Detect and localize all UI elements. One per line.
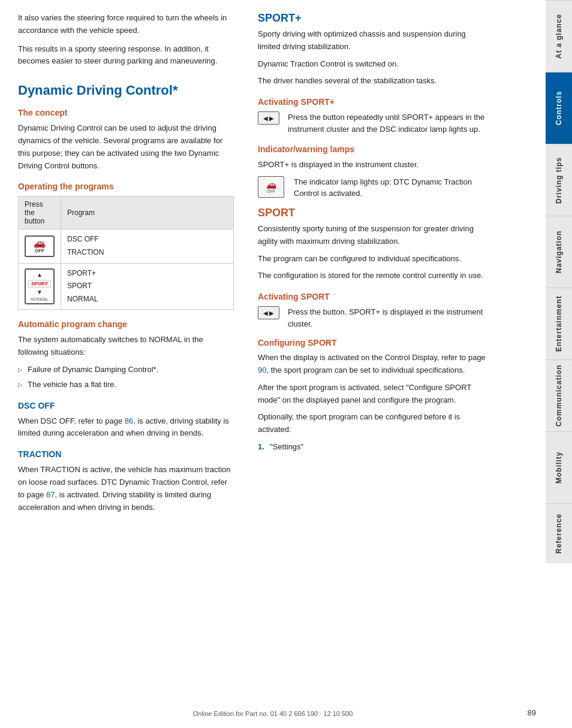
indicator-lamp-text: The indicator lamp lights up: DTC Dynami… <box>294 176 486 200</box>
table-row: 🚗 OFF DSC OFFTRACTION <box>19 229 234 263</box>
activating-sport-plus-text: Press the button repeatedly until SPORT+… <box>288 111 486 135</box>
dsc-heading: DSC OFF <box>18 401 234 410</box>
main-title: Dynamic Driving Control* <box>18 83 234 98</box>
concept-text: Dynamic Driving Control can be used to a… <box>18 122 234 172</box>
concept-heading: The concept <box>18 108 234 117</box>
sport-p2: The program can be configured to individ… <box>258 253 486 265</box>
activating-sport-heading: Activating SPORT <box>258 292 486 301</box>
configuring-sport-heading: Configuring SPORT <box>258 338 486 348</box>
auto-heading: Automatic program change <box>18 319 234 329</box>
dsc-page-link[interactable]: 86 <box>125 416 133 425</box>
configuring-p1-a: When the display is activated on the Con… <box>258 353 486 362</box>
auto-text: The system automatically switches to NOR… <box>18 334 234 359</box>
sport-label: SPORT <box>28 280 51 288</box>
indicator-heading: Indicator/warning lamps <box>258 144 486 154</box>
main-content: It also varies the steering force requir… <box>0 0 546 728</box>
sport-plus-p3: The driver handles several of the stabil… <box>258 75 486 87</box>
off-label: OFF <box>35 248 44 253</box>
top-intro: It also varies the steering force requir… <box>18 12 234 68</box>
tab-entertainment[interactable]: Entertainment <box>546 288 572 360</box>
auto-bullets: Failure of Dynamic Damping Control*. The… <box>18 364 234 391</box>
tab-mobility[interactable]: Mobility <box>546 431 572 503</box>
page-footer: Online Edition for Part no. 01 40 2 606 … <box>0 710 546 717</box>
sport-heading: SPORT <box>258 207 486 219</box>
program-names-1: DSC OFFTRACTION <box>61 229 234 263</box>
tab-communication[interactable]: Communication <box>546 360 572 431</box>
configuring-p1-b: , the sport program can be set to indivi… <box>266 365 465 374</box>
program-table: Press the button Program 🚗 OFF D <box>18 196 234 310</box>
indicator-text: SPORT+ is displayed in the instrument cl… <box>258 159 486 171</box>
configuring-p3: Optionally, the sport program can be con… <box>258 411 486 436</box>
dtc-icon: 🚗 OFF <box>25 235 55 257</box>
tab-reference[interactable]: Reference <box>546 503 572 563</box>
dtc-icon-cell: 🚗 OFF <box>19 229 61 263</box>
chevron-left-icon: ◀ ▶ <box>263 115 275 122</box>
dsc-text: When DSC OFF, refer to page 86, is activ… <box>18 415 234 440</box>
configuring-page-link[interactable]: 90 <box>258 365 266 374</box>
table-col1: Press the button <box>19 197 61 229</box>
indicator-lamp-row: 🚗 OFF The indicator lamp lights up: DTC … <box>258 176 486 200</box>
activating-sport-plus-row: ◀ ▶ Press the button repeatedly until SP… <box>258 111 486 135</box>
program-names-2: SPORT+SPORTNORMAL <box>61 263 234 310</box>
configuring-p2: After the sport program is activated, se… <box>258 382 486 407</box>
indicator-lamp-icon: 🚗 OFF <box>258 176 284 198</box>
bullet-item: The vehicle has a flat tire. <box>18 379 234 391</box>
sport-plus-p1: Sporty driving with optimized chassis an… <box>258 28 486 53</box>
configuring-list: 1. "Settings" <box>258 441 486 454</box>
chevron-icon-sport: ◀ ▶ <box>263 310 275 316</box>
sport-icon-cell: ▲ SPORT ▼ NORMAL <box>19 263 61 310</box>
sport-plus-p2: Dynamic Traction Control is switched on. <box>258 58 486 71</box>
tab-navigation[interactable]: Navigation <box>546 216 572 288</box>
sport-plus-heading: SPORT+ <box>258 12 486 25</box>
activating-sport-row: ◀ ▶ Press the button. SPORT+ is displaye… <box>258 306 486 330</box>
traction-heading: TRACTION <box>18 449 234 459</box>
activating-sport-plus-heading: Activating SPORT+ <box>258 97 486 107</box>
traction-text: When TRACTION is active, the vehicle has… <box>18 464 234 513</box>
intro-p2: This results in a sporty steering respon… <box>18 43 234 68</box>
sidebar-tabs: At a glance Controls Driving tips Naviga… <box>546 0 572 728</box>
table-row: ▲ SPORT ▼ NORMAL SPORT+SPORTNORMAL <box>19 263 234 310</box>
arrow-up-icon: ▲ <box>37 271 43 278</box>
list-item: 1. "Settings" <box>258 441 486 454</box>
normal-label: NORMAL <box>31 297 49 301</box>
sport-button-icon-small: ◀ ▶ <box>258 306 279 319</box>
sport-p1: Consistently sporty tuning of the suspen… <box>258 223 486 248</box>
dtc-off-text: OFF <box>267 189 275 194</box>
tab-at-a-glance[interactable]: At a glance <box>546 0 572 72</box>
configuring-p1: When the display is activated on the Con… <box>258 352 486 377</box>
page-wrapper: It also varies the steering force requir… <box>0 0 572 728</box>
intro-p1: It also varies the steering force requir… <box>18 12 234 37</box>
left-column: It also varies the steering force requir… <box>18 12 252 716</box>
activating-sport-text: Press the button. SPORT+ is displayed in… <box>288 306 486 330</box>
sport-plus-button-icon: ◀ ▶ <box>258 111 279 125</box>
tab-controls[interactable]: Controls <box>546 72 572 144</box>
operating-heading: Operating the programs <box>18 182 234 191</box>
traction-page-link[interactable]: 87 <box>46 490 55 499</box>
car-symbol: 🚗 <box>34 238 46 248</box>
arrow-down-icon: ▼ <box>37 289 43 295</box>
sport-p3: The configuration is stored for the remo… <box>258 270 486 282</box>
sport-button-icon: ▲ SPORT ▼ NORMAL <box>25 268 55 304</box>
table-col2: Program <box>61 197 234 229</box>
bullet-item: Failure of Dynamic Damping Control*. <box>18 364 234 376</box>
right-column: SPORT+ Sporty driving with optimized cha… <box>252 12 486 716</box>
tab-driving-tips[interactable]: Driving tips <box>546 144 572 216</box>
